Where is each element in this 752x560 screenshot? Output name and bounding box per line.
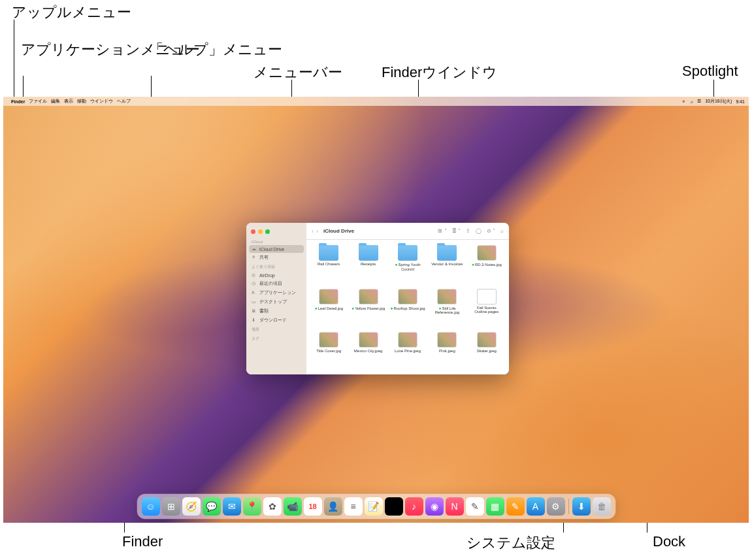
dock-calendar[interactable]: 18 bbox=[304, 497, 322, 516]
spotlight-icon[interactable]: ⌕ bbox=[691, 99, 693, 104]
dock-finder[interactable]: ☺ bbox=[142, 497, 160, 516]
anno-help-menu: 「ヘルプ」メニュー bbox=[149, 41, 282, 59]
anno-apple-menu: アップルメニュー bbox=[12, 3, 131, 22]
dock-news[interactable]: N bbox=[446, 497, 464, 516]
dock-trash[interactable]: 🗑 bbox=[593, 497, 611, 516]
clock-icon: ◷ bbox=[252, 281, 257, 286]
sidebar-downloads[interactable]: ⬇ダウンロード bbox=[246, 316, 306, 325]
dock-separator bbox=[568, 499, 569, 514]
anno-spotlight: Spotlight bbox=[682, 63, 738, 80]
file-name: Receipts bbox=[361, 262, 376, 267]
app-menu[interactable]: Finder bbox=[11, 99, 25, 104]
img-icon bbox=[398, 289, 417, 305]
dock-podcasts[interactable]: ◉ bbox=[425, 497, 444, 516]
search-button[interactable]: ⌕ bbox=[500, 228, 504, 234]
menubar-date[interactable]: 10月18日(火) bbox=[705, 98, 732, 105]
tag-button[interactable]: ◯ bbox=[476, 228, 482, 234]
file-item[interactable]: ●Spring Youth Council bbox=[389, 245, 426, 288]
anno-line bbox=[151, 76, 152, 97]
group-button[interactable]: ≣ ˅ bbox=[452, 228, 461, 234]
dock-messages[interactable]: 💬 bbox=[203, 497, 221, 516]
menu-bar: Finder ファイル 編集 表示 移動 ウインドウ ヘルプ ᯤ ⌕ ☰ 10月… bbox=[3, 97, 749, 106]
file-item[interactable]: Skater.jpeg bbox=[468, 332, 505, 369]
dock-mail[interactable]: ✉ bbox=[223, 497, 241, 516]
forward-button[interactable]: › bbox=[316, 228, 318, 235]
dock-pages[interactable]: ✎ bbox=[506, 497, 525, 516]
menu-view[interactable]: 表示 bbox=[64, 98, 73, 105]
menubar-time[interactable]: 9:41 bbox=[736, 99, 745, 104]
sync-dot: ● bbox=[472, 262, 474, 267]
file-item[interactable]: ●Rooftop Shoot.jpg bbox=[389, 289, 426, 331]
file-item[interactable]: ●Leaf Detail.jpg bbox=[310, 289, 347, 331]
close-button[interactable] bbox=[251, 229, 255, 234]
file-item[interactable]: Title Cover.jpg bbox=[310, 332, 347, 369]
file-name: Rail Chasers bbox=[318, 262, 340, 267]
file-item[interactable]: Receipts bbox=[350, 245, 386, 288]
folder-icon bbox=[437, 245, 457, 261]
file-name: Vendor & Invoices bbox=[431, 262, 463, 267]
dock-music[interactable]: ♪ bbox=[405, 497, 423, 516]
file-name: ●RD.2-Notes.jpg bbox=[472, 262, 502, 267]
file-item[interactable]: ●Yellow Flower.jpg bbox=[350, 289, 386, 331]
sidebar-shared[interactable]: ⚘共有 bbox=[246, 253, 306, 262]
menu-file[interactable]: ファイル bbox=[29, 98, 47, 105]
dock: ☺⊞🧭💬✉📍✿📹18👤≡📝♪◉N✎▦✎A⚙⬇🗑 bbox=[137, 494, 615, 519]
menu-window[interactable]: ウインドウ bbox=[90, 98, 113, 105]
dock-launchpad[interactable]: ⊞ bbox=[162, 497, 180, 516]
zoom-button[interactable] bbox=[265, 229, 270, 234]
sidebar-item-label: ダウンロード bbox=[259, 317, 287, 323]
sidebar-icloud-drive[interactable]: ☁iCloud Drive bbox=[249, 245, 304, 253]
anno-dock: Dock bbox=[653, 533, 685, 550]
file-item[interactable]: ●Still Life Reference.jpg bbox=[429, 289, 465, 331]
control-center-icon[interactable]: ☰ bbox=[697, 99, 701, 104]
sidebar-applications[interactable]: Aアプリケーション bbox=[246, 288, 306, 297]
dock-maps[interactable]: 📍 bbox=[243, 497, 261, 516]
dock-downloads[interactable]: ⬇ bbox=[572, 497, 591, 516]
sync-dot: ● bbox=[395, 262, 397, 267]
folder-icon bbox=[359, 245, 378, 261]
dock-tv[interactable] bbox=[385, 497, 403, 516]
sidebar-desktop[interactable]: ▭デスクトップ bbox=[246, 297, 306, 306]
finder-title: iCloud Drive bbox=[323, 228, 354, 234]
file-item[interactable]: Rail Chasers bbox=[310, 245, 347, 288]
back-button[interactable]: ‹ bbox=[312, 228, 314, 235]
file-item[interactable]: ●RD.2-Notes.jpg bbox=[468, 245, 505, 288]
dock-numbers[interactable]: ▦ bbox=[486, 497, 504, 516]
file-name: ●Still Life Reference.jpg bbox=[429, 306, 465, 315]
file-item[interactable]: Lone Pine.jpeg bbox=[389, 332, 426, 369]
file-item[interactable]: Fall Scents Outline.pages bbox=[468, 289, 505, 331]
file-item[interactable]: Vendor & Invoices bbox=[429, 245, 465, 288]
file-item[interactable]: Mexico City.jpeg bbox=[350, 332, 386, 369]
dock-reminders[interactable]: ≡ bbox=[344, 497, 363, 516]
dock-safari[interactable]: 🧭 bbox=[182, 497, 201, 516]
doc-icon bbox=[477, 289, 497, 305]
wifi-icon[interactable]: ᯤ bbox=[682, 99, 687, 104]
dock-freeform[interactable]: ✎ bbox=[466, 497, 484, 516]
dock-facetime[interactable]: 📹 bbox=[284, 497, 302, 516]
finder-content[interactable]: Rail ChasersReceipts●Spring Youth Counci… bbox=[306, 240, 509, 374]
dock-system-settings[interactable]: ⚙ bbox=[547, 497, 565, 516]
dock-notes[interactable]: 📝 bbox=[365, 497, 383, 516]
file-name: Fall Scents Outline.pages bbox=[469, 306, 504, 314]
share-button[interactable]: ⇧ bbox=[466, 228, 470, 234]
menu-help[interactable]: ヘルプ bbox=[117, 98, 131, 105]
minimize-button[interactable] bbox=[258, 229, 263, 234]
dock-appstore[interactable]: A bbox=[527, 497, 545, 516]
dock-photos[interactable]: ✿ bbox=[263, 497, 282, 516]
file-item[interactable]: Pink.jpeg bbox=[429, 332, 465, 369]
menu-go[interactable]: 移動 bbox=[77, 98, 86, 105]
sync-dot: ● bbox=[314, 306, 317, 310]
action-button[interactable]: ⊖ ˅ bbox=[487, 228, 495, 234]
menu-edit[interactable]: 編集 bbox=[51, 98, 60, 105]
file-name: Mexico City.jpeg bbox=[354, 349, 383, 354]
anno-finder: Finder bbox=[122, 533, 163, 550]
sidebar-documents[interactable]: 🗎書類 bbox=[246, 306, 306, 316]
desktop[interactable]: Finder ファイル 編集 表示 移動 ウインドウ ヘルプ ᯤ ⌕ ☰ 10月… bbox=[3, 97, 749, 523]
finder-window[interactable]: iCloud ☁iCloud Drive ⚘共有 よく使う項目 ◎AirDrop… bbox=[246, 223, 509, 374]
view-mode-button[interactable]: ⊞ ˅ bbox=[438, 228, 446, 234]
dock-contacts[interactable]: 👤 bbox=[324, 497, 342, 516]
img-icon bbox=[359, 289, 378, 305]
sidebar-recents[interactable]: ◷最近の項目 bbox=[246, 279, 306, 288]
file-name: ●Rooftop Shoot.jpg bbox=[390, 306, 425, 311]
sidebar-airdrop[interactable]: ◎AirDrop bbox=[246, 271, 306, 279]
